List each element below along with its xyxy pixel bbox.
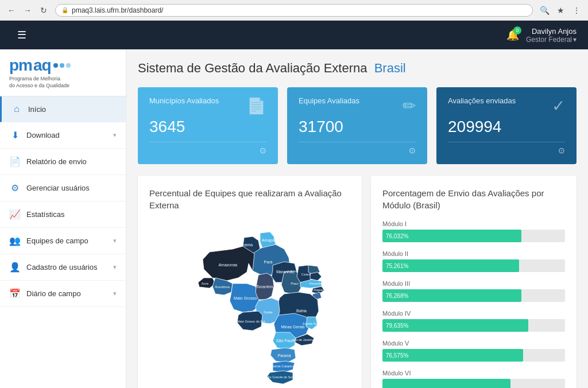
sidebar-item-left: 📄 Relatório de envio — [9, 156, 87, 167]
progress-fill-0: 76,032% — [382, 230, 521, 242]
progress-text-1: 75,261% — [382, 263, 408, 269]
module-label-2: Módulo III — [382, 280, 565, 287]
stat-footer-icon[interactable]: ⊙ — [260, 146, 266, 155]
sidebar-label-estatisticas: Estatísticas — [26, 210, 64, 219]
hamburger-button[interactable]: ☰ — [11, 25, 32, 45]
stat-footer-icon[interactable]: ⊙ — [558, 146, 565, 155]
state-label-to: Tocantins — [256, 285, 273, 289]
content-area: Sistema de Gestão da Avaliação Externa B… — [126, 49, 588, 388]
stats-row: Municípios Avaliados 📄 3645 ⊙ Equipes Av… — [138, 87, 577, 164]
stat-footer: ⊙ — [299, 142, 416, 155]
gerenciar-icon: ⚙ — [9, 183, 21, 193]
user-role-button[interactable]: Gestor Federal ▾ — [526, 36, 577, 44]
sidebar-item-download[interactable]: ⬇ Download ▾ — [0, 122, 126, 149]
progress-fill-4: 76,575% — [382, 349, 523, 362]
app-container: ☰ 🔔 0 Davilyn Anjos Gestor Federal ▾ pm … — [0, 21, 588, 388]
sidebar-label-gerenciar: Gerenciar usuários — [26, 184, 90, 192]
state-label-mg: Minas Gerais — [281, 325, 305, 329]
refresh-button[interactable]: ↻ — [37, 3, 51, 17]
browser-actions: 🔍 ★ ⋮ — [537, 3, 583, 17]
progress-track-4: 76,575% — [382, 349, 565, 362]
state-label-ce: Ceará — [301, 273, 311, 276]
state-label-al: Alagoas — [314, 288, 324, 292]
state-label-ro: Rondônia — [215, 285, 230, 289]
main-layout: pm aq Programa de Melhoria do Acesso e d… — [0, 49, 588, 388]
module-label-1: Módulo II — [382, 250, 565, 257]
progress-text-0: 76,032% — [382, 233, 408, 239]
module-row-1: Módulo II 75,261% — [382, 250, 565, 272]
bookmark-button[interactable]: ★ — [554, 3, 567, 17]
stat-card-0: Municípios Avaliados 📄 3645 ⊙ — [138, 87, 278, 164]
state-label-sp: São Paulo — [276, 339, 295, 343]
stat-card-1: Equipes Avaliadas ✏ 31700 ⊙ — [287, 87, 427, 164]
sidebar-item-diario[interactable]: 📅 Diário de campo ▾ — [0, 281, 126, 307]
top-nav: ☰ 🔔 0 Davilyn Anjos Gestor Federal ▾ — [0, 21, 588, 49]
sidebar-item-inicio[interactable]: ⌂ Início — [0, 96, 126, 122]
stat-icon: 📄 — [246, 96, 266, 115]
download-icon: ⬇ — [9, 130, 21, 141]
module-label-0: Módulo I — [382, 220, 565, 227]
stat-card-2: Avaliações enviadas ✓ 209994 ⊙ — [436, 87, 577, 164]
progress-fill-1: 75,261% — [382, 259, 520, 272]
chevron-icon-download: ▾ — [113, 131, 117, 139]
stat-label: Municípios Avaliados — [149, 96, 219, 105]
sidebar-label-download: Download — [26, 131, 60, 139]
logo-area: pm aq Programa de Melhoria do Acesso e d… — [0, 49, 126, 96]
module-label-3: Módulo IV — [382, 310, 565, 317]
forward-button[interactable]: → — [21, 3, 34, 17]
back-button[interactable]: ← — [5, 3, 18, 17]
dot3 — [66, 63, 71, 68]
state-label-rr: Roraima — [238, 243, 253, 247]
progress-fill-5 — [382, 379, 510, 388]
progress-track-2: 76,268% — [382, 289, 565, 302]
sidebar-label-relatorio: Relatório de envio — [26, 157, 87, 166]
stat-value: 209994 — [448, 118, 565, 136]
stat-footer-icon[interactable]: ⊙ — [409, 146, 416, 155]
state-label-ac: Acre — [202, 282, 209, 285]
url-text: pmaq3.lais.ufrn.br/dashboard/ — [72, 6, 163, 14]
sidebar-item-left: ⚙ Gerenciar usuários — [9, 183, 90, 193]
sidebar-item-left: 📅 Diário de campo — [9, 288, 81, 299]
progress-track-0: 76,032% — [382, 230, 565, 242]
progress-fill-2: 76,268% — [382, 289, 521, 302]
chevron-icon-equipes: ▾ — [113, 237, 117, 245]
modules-list: Módulo I 76,032% Módulo II 75,261% Módul… — [382, 220, 565, 388]
sidebar-item-left: 📈 Estatísticas — [9, 209, 64, 220]
stat-header: Municípios Avaliados 📄 — [149, 96, 266, 115]
relatorio-icon: 📄 — [9, 156, 21, 167]
menu-button[interactable]: ⋮ — [570, 3, 583, 17]
charts-row: Percentual de Equipes que realizaram a A… — [138, 176, 577, 388]
stat-icon: ✓ — [552, 96, 565, 115]
lock-icon: 🔒 — [61, 7, 68, 13]
stat-footer: ⊙ — [149, 142, 266, 155]
bar-card: Porcentagem de Envio das Avaliações por … — [371, 176, 577, 388]
sidebar-label-cadastro: Cadastro de usuários — [26, 263, 98, 271]
bell-wrapper[interactable]: 🔔 0 — [506, 29, 519, 41]
logo-dots — [53, 63, 71, 68]
state-label-rj: Rio de Janeiro — [293, 338, 313, 342]
stat-label: Avaliações enviadas — [448, 96, 516, 105]
sidebar-item-relatorio[interactable]: 📄 Relatório de envio — [0, 149, 126, 175]
module-row-4: Módulo V 76,575% — [382, 340, 565, 362]
cadastro-icon: 👤 — [9, 262, 21, 273]
sidebar-item-equipes[interactable]: 👥 Equipes de campo ▾ — [0, 228, 126, 254]
sidebar-item-estatisticas[interactable]: 📈 Estatísticas — [0, 201, 126, 228]
sidebar-item-left: 👤 Cadastro de usuários — [9, 262, 98, 273]
stat-icon: ✏ — [403, 96, 416, 115]
stat-footer: ⊙ — [448, 142, 565, 155]
sidebar-item-cadastro[interactable]: 👤 Cadastro de usuários ▾ — [0, 254, 126, 281]
sidebar-item-gerenciar[interactable]: ⚙ Gerenciar usuários — [0, 175, 126, 201]
sidebar-item-left: 👥 Equipes de campo — [9, 235, 88, 246]
state-label-rs: Rio Grande do Sul — [266, 375, 292, 379]
estatisticas-icon: 📈 — [9, 209, 21, 220]
zoom-button[interactable]: 🔍 — [537, 3, 551, 17]
address-bar[interactable]: 🔒 pmaq3.lais.ufrn.br/dashboard/ — [55, 4, 533, 17]
stat-value: 31700 — [299, 118, 416, 136]
stat-header: Equipes Avaliadas ✏ — [299, 96, 416, 115]
state-label-ba: Bahia — [296, 309, 307, 313]
module-label-5: Módulo VI — [382, 370, 565, 377]
dot2 — [60, 63, 64, 68]
progress-fill-3: 79,635% — [382, 319, 528, 332]
diario-icon: 📅 — [9, 288, 21, 299]
module-label-4: Módulo V — [382, 340, 565, 347]
